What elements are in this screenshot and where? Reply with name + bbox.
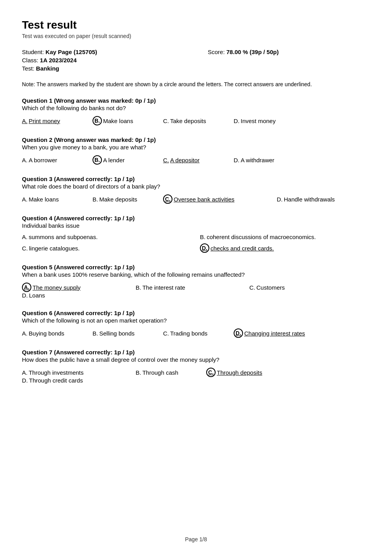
q7-b-text: Through cash	[142, 369, 178, 376]
q7-text: How does the public have a small degree …	[22, 356, 370, 363]
q1-d-letter: D.	[234, 118, 240, 124]
q2-answers: A. A borrower B. A lender C. A depositor…	[22, 155, 370, 165]
q7-answers: A. Through investments B. Through cash C…	[22, 368, 370, 384]
test-line: Test: Banking	[22, 65, 184, 72]
q4-answer-d: D. checks and credit cards.	[200, 243, 362, 253]
score-value: 78.00 % (39p / 50p)	[227, 49, 279, 55]
q2-c-letter: C.	[163, 157, 169, 163]
q7-header: Question 7 (Answered correctly: 1p / 1p)	[22, 349, 370, 355]
question-4: Question 4 (Answered correctly: 1p / 1p)…	[22, 215, 370, 253]
q6-b-text: Selling bonds	[99, 330, 134, 337]
q1-answer-a: A. Print money	[22, 118, 81, 124]
q6-header: Question 6 (Answered correctly: 1p / 1p)	[22, 310, 370, 316]
q3-b-text: Make deposits	[99, 196, 137, 203]
q4-answers: A. summons and subpoenas. B. coherent di…	[22, 234, 370, 253]
q5-answer-b: B. The interest rate	[136, 284, 238, 291]
q2-b-circle: B.	[93, 155, 102, 165]
q5-c-text: Customers	[256, 284, 285, 291]
q5-d-text: Loans	[29, 292, 45, 299]
student-name-line: Student: Kay Page (125705)	[22, 49, 184, 55]
q1-answer-d: D. Invest money	[234, 118, 292, 124]
q6-answer-a: A. Buying bonds	[22, 330, 81, 337]
q1-answers: A. Print money B. Make loans C. Take dep…	[22, 116, 370, 125]
q6-answer-b: B. Selling bonds	[93, 330, 151, 337]
q3-d-text: Handle withdrawals	[284, 196, 335, 203]
q6-c-text: Trading bonds	[170, 330, 207, 337]
q4-a-letter: A.	[22, 234, 27, 240]
q1-answer-b: B. Make loans	[93, 116, 151, 125]
question-3: Question 3 (Answered correctly: 1p / 1p)…	[22, 176, 370, 204]
q4-b-text: coherent discussions of macroeconomics.	[207, 234, 316, 240]
q5-text: When a bank uses 100% reserve banking, w…	[22, 271, 370, 278]
q4-header: Question 4 (Answered correctly: 1p / 1p)	[22, 215, 370, 221]
q3-answer-d: D. Handle withdrawals	[277, 196, 336, 203]
q4-d-text: checks and credit cards.	[211, 245, 274, 252]
q1-c-letter: C.	[163, 118, 169, 124]
class-label: Class:	[22, 57, 38, 63]
q3-d-letter: D.	[277, 196, 283, 203]
q4-d-circle: D.	[200, 243, 209, 253]
q2-a-letter: A.	[22, 157, 27, 163]
score-label: Score:	[208, 49, 225, 55]
q1-b-text: Make loans	[103, 118, 133, 124]
q7-c-circle: C.	[206, 368, 216, 377]
page: Test result Test was executed on paper (…	[0, 0, 392, 555]
q4-c-text: lingerie catalogues.	[29, 245, 80, 252]
note-text: Note: The answers marked by the student …	[22, 80, 370, 89]
q3-answer-a: A. Make loans	[22, 196, 81, 203]
q2-answer-c: C. A depositor	[163, 157, 222, 163]
q5-b-letter: B.	[136, 284, 141, 291]
q6-answers: A. Buying bonds B. Selling bonds C. Trad…	[22, 328, 370, 338]
q5-answers: A. The money supply B. The interest rate…	[22, 283, 370, 299]
q7-d-letter: D.	[22, 377, 28, 384]
q7-answer-b: B. Through cash	[136, 369, 194, 376]
q7-d-text: Through credit cards	[29, 377, 83, 384]
q7-c-text: Through deposits	[217, 369, 262, 376]
q3-header: Question 3 (Answered correctly: 1p / 1p)	[22, 176, 370, 182]
q4-text: Individual banks issue	[22, 222, 370, 229]
q1-c-text: Take deposits	[170, 118, 206, 124]
q3-answers: A. Make loans B. Make deposits C. Overse…	[22, 194, 370, 204]
q4-answer-a: A. summons and subpoenas.	[22, 234, 184, 240]
q6-c-letter: C.	[163, 330, 169, 337]
q5-b-text: The interest rate	[142, 284, 185, 291]
q6-b-letter: B.	[93, 330, 98, 337]
q3-a-letter: A.	[22, 196, 27, 203]
q5-answer-c: C. Customers	[249, 284, 308, 291]
header-section: Test result Test was executed on paper (…	[22, 19, 370, 39]
q7-answer-c: C. Through deposits	[206, 368, 308, 377]
student-info-block: Student: Kay Page (125705) Class: 1A 202…	[22, 49, 370, 73]
q7-answer-d: D. Through credit cards	[22, 377, 124, 384]
q5-a-text: The money supply	[33, 284, 81, 291]
question-6: Question 6 (Answered correctly: 1p / 1p)…	[22, 310, 370, 338]
q2-text: When you give money to a bank, you are w…	[22, 144, 370, 151]
q2-answer-b: B. A lender	[93, 155, 151, 165]
q4-answer-c: C. lingerie catalogues.	[22, 243, 184, 253]
q7-b-letter: B.	[136, 369, 141, 376]
q1-a-text: Print money	[29, 118, 60, 124]
q5-answer-d: D. Loans	[22, 292, 81, 299]
q6-text: Which of the following is not an open ma…	[22, 317, 370, 324]
q2-d-letter: D.	[234, 157, 240, 163]
question-7: Question 7 (Answered correctly: 1p / 1p)…	[22, 349, 370, 384]
question-5: Question 5 (Answered correctly: 1p / 1p)…	[22, 264, 370, 299]
page-subtitle: Test was executed on paper (result scann…	[22, 33, 370, 39]
q2-b-text: A lender	[103, 157, 125, 163]
student-name: Kay Page (125705)	[45, 49, 97, 55]
class-line: Class: 1A 2023/2024	[22, 57, 184, 63]
q3-answer-b: B. Make deposits	[93, 196, 151, 203]
q2-answer-d: D. A withdrawer	[234, 157, 292, 163]
q6-a-text: Buying bonds	[29, 330, 64, 337]
page-footer: Page 1/8	[0, 536, 392, 542]
q3-c-circle: C.	[163, 194, 172, 204]
student-info-left: Student: Kay Page (125705) Class: 1A 202…	[22, 49, 184, 73]
q3-answer-c: C. Oversee bank activities	[163, 194, 265, 204]
q7-a-text: Through investments	[29, 369, 83, 376]
q6-d-text: Changing interest rates	[244, 330, 305, 337]
q3-a-text: Make loans	[29, 196, 59, 203]
q2-a-text: A borrower	[29, 157, 57, 163]
q1-answer-c: C. Take deposits	[163, 118, 222, 124]
q5-answer-a: A. The money supply	[22, 283, 124, 292]
q4-a-text: summons and subpoenas.	[29, 234, 98, 240]
test-label: Test:	[22, 65, 34, 72]
